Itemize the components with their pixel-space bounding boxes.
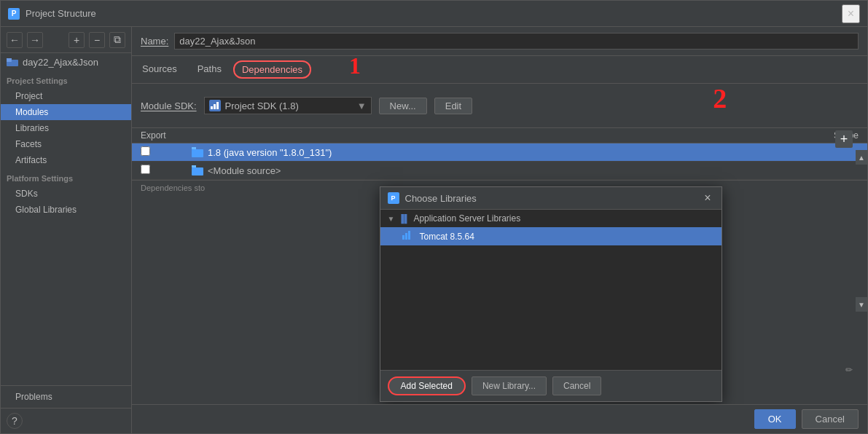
modal-footer: Add Selected New Library... Cancel — [380, 370, 722, 401]
add-module-button[interactable]: + — [69, 32, 85, 48]
folder-icon-source — [192, 165, 203, 175]
content-area: ← → + − ⧉ day22_Ajax&Json Project Settin… — [1, 27, 867, 433]
svg-rect-7 — [402, 235, 404, 240]
name-label: Name: — [141, 36, 168, 47]
sidebar-item-libraries[interactable]: Libraries — [1, 120, 131, 136]
scroll-down-button[interactable]: ▼ — [856, 297, 867, 312]
sdk-dropdown-arrow: ▼ — [357, 100, 367, 111]
modal-title-bar: P Choose Libraries × — [380, 187, 722, 210]
svg-rect-1 — [7, 60, 12, 62]
module-item-label: day22_Ajax&Json — [23, 57, 98, 68]
new-library-button[interactable]: New Library... — [472, 376, 547, 395]
close-button[interactable]: × — [842, 4, 860, 23]
nav-forward-button[interactable]: → — [27, 32, 43, 48]
scroll-buttons: ▲ ▼ — [856, 150, 867, 312]
modal-close-button[interactable]: × — [701, 192, 713, 205]
add-dependency-button[interactable]: + — [835, 130, 853, 148]
library-group-app-server[interactable]: ▼ Application Server Libraries — [380, 210, 722, 227]
svg-rect-6 — [192, 167, 203, 175]
deps-container: Export Scope + 1.8 (java ve — [132, 128, 867, 404]
project-settings-section: Project Settings — [1, 71, 131, 88]
svg-rect-4 — [216, 102, 219, 109]
folder-icon-jdk — [192, 147, 203, 157]
annotation-2: 2 — [713, 82, 727, 114]
sidebar-item-problems[interactable]: Problems — [1, 389, 131, 405]
svg-rect-5 — [192, 149, 203, 157]
tab-sources[interactable]: Sources — [132, 59, 187, 80]
sidebar-bottom: Problems — [1, 385, 131, 408]
copy-module-button[interactable]: ⧉ — [109, 32, 125, 48]
library-item-tomcat[interactable]: Tomcat 8.5.64 — [380, 227, 722, 245]
sidebar-item-global-libraries[interactable]: Global Libraries — [1, 202, 131, 218]
choose-libraries-modal[interactable]: P Choose Libraries × ▼ Appl — [380, 186, 722, 402]
module-folder-icon — [7, 56, 18, 68]
tab-paths[interactable]: Paths — [187, 59, 232, 80]
library-tree-empty — [380, 245, 722, 340]
svg-rect-9 — [408, 231, 410, 240]
annotation-1: 1 — [349, 52, 361, 79]
sidebar-item-facets[interactable]: Facets — [1, 136, 131, 152]
platform-settings-section: Platform Settings — [1, 168, 131, 186]
dependency-row-source[interactable]: <Module source> — [132, 162, 867, 180]
sidebar-item-modules[interactable]: Modules — [1, 104, 131, 120]
module-item-day22[interactable]: day22_Ajax&Json — [1, 53, 131, 71]
name-input[interactable] — [174, 33, 859, 50]
sdk-edit-button[interactable]: Edit — [434, 98, 472, 114]
modal-title: Choose Libraries — [405, 193, 696, 204]
sdk-select[interactable]: Project SDK (1.8) ▼ — [204, 97, 372, 114]
help-button[interactable]: ? — [7, 413, 23, 429]
group-expand-arrow: ▼ — [388, 215, 395, 223]
title-bar: P Project Structure × — [1, 1, 867, 27]
modal-body: ▼ Application Server Libraries — [380, 210, 722, 401]
nav-back-button[interactable]: ← — [7, 32, 23, 48]
tab-dependencies[interactable]: Dependencies — [233, 60, 311, 79]
modal-cancel-button[interactable]: Cancel — [552, 376, 601, 395]
svg-rect-2 — [211, 106, 213, 109]
window-title: Project Structure — [26, 8, 842, 19]
group-label: Application Server Libraries — [413, 213, 520, 224]
dependency-row-jdk[interactable]: 1.8 (java version "1.8.0_131") — [132, 143, 867, 162]
library-bar-icon — [402, 231, 413, 242]
sidebar-toolbar: ← → + − ⧉ — [1, 27, 131, 53]
cancel-button[interactable]: Cancel — [802, 409, 859, 429]
scroll-up-button[interactable]: ▲ — [856, 150, 867, 165]
sdk-value: Project SDK (1.8) — [225, 100, 299, 111]
sidebar: ← → + − ⧉ day22_Ajax&Json Project Settin… — [1, 27, 132, 433]
dep-name-source: <Module source> — [192, 165, 859, 176]
window-icon: P — [8, 8, 20, 20]
sidebar-item-sdks[interactable]: SDKs — [1, 186, 131, 202]
library-item-label: Tomcat 8.5.64 — [420, 232, 474, 242]
edit-icon: ✏ — [845, 365, 853, 375]
name-row: Name: — [132, 27, 867, 56]
sdk-label: Module SDK: — [141, 100, 197, 111]
project-structure-window: P Project Structure × ← → + − ⧉ — [0, 0, 868, 434]
sdk-row: Module SDK: Project SDK (1.8) ▼ New... E… — [132, 84, 867, 128]
export-checkbox-source[interactable] — [141, 165, 192, 176]
sdk-icon — [209, 100, 221, 111]
modal-icon: P — [388, 192, 399, 204]
svg-rect-8 — [405, 233, 407, 240]
add-selected-button[interactable]: Add Selected — [388, 376, 466, 395]
sidebar-item-artifacts[interactable]: Artifacts — [1, 152, 131, 168]
dep-name-jdk: 1.8 (java version "1.8.0_131") — [192, 147, 859, 158]
tabs-row: Sources Paths Dependencies 1 — [132, 56, 867, 84]
svg-rect-3 — [214, 104, 216, 109]
dep-table-header: Export Scope + — [132, 128, 867, 143]
export-col-header: Export — [141, 130, 192, 141]
remove-module-button[interactable]: − — [89, 32, 105, 48]
main-panel: Name: Sources Paths Dependencies 1 Mod — [132, 27, 867, 433]
library-tree: ▼ Application Server Libraries — [380, 210, 722, 370]
sdk-new-button[interactable]: New... — [379, 98, 427, 114]
export-checkbox-jdk[interactable] — [141, 146, 192, 158]
sidebar-item-project[interactable]: Project — [1, 88, 131, 104]
ok-button[interactable]: OK — [754, 409, 796, 429]
bottom-bar: OK Cancel — [132, 404, 867, 433]
group-bar-icon — [399, 213, 409, 224]
